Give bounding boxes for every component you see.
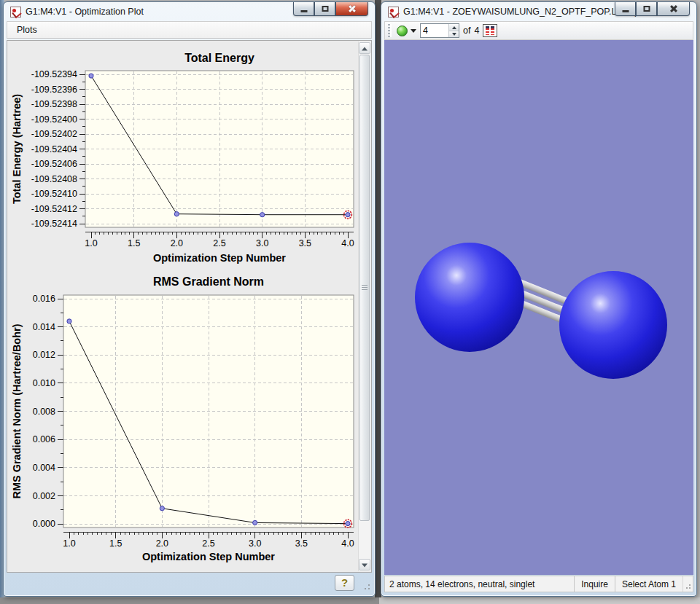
right-window-titlebar[interactable]: G1:M4:V1 - ZOEYWAISUMLUNG_N2_OPTF_POP.LO… (381, 2, 696, 21)
svg-text:3.0: 3.0 (256, 238, 268, 248)
svg-text:3.5: 3.5 (299, 238, 311, 248)
svg-text:0.014: 0.014 (33, 322, 55, 332)
frame-toolbar: of 4 (384, 21, 693, 40)
restore-button[interactable] (314, 2, 335, 16)
svg-text:Optimization Step Number: Optimization Step Number (142, 551, 275, 562)
svg-text:3.5: 3.5 (295, 538, 308, 549)
background-strip-right (379, 597, 700, 604)
restore-icon (643, 6, 650, 12)
svg-text:-109.52414: -109.52414 (31, 219, 77, 229)
left-window-title: G1:M4:V1 - Optimization Plot (26, 7, 144, 17)
svg-text:0.008: 0.008 (33, 407, 55, 417)
svg-text:1.0: 1.0 (63, 538, 75, 549)
svg-text:0.000: 0.000 (33, 519, 55, 529)
svg-text:1.0: 1.0 (85, 238, 97, 248)
svg-text:-109.52400: -109.52400 (31, 114, 77, 125)
of-label: of (463, 26, 470, 36)
molecule-viewport[interactable] (384, 40, 693, 575)
svg-text:4.0: 4.0 (341, 238, 354, 248)
svg-text:1.5: 1.5 (128, 238, 140, 248)
minimize-icon (622, 10, 629, 12)
arrow-down-icon (362, 563, 368, 567)
frame-number-input[interactable] (421, 24, 448, 37)
svg-text:0.002: 0.002 (33, 491, 55, 501)
toolbar-grip-icon[interactable] (388, 24, 392, 37)
background-strip-left (0, 597, 379, 604)
spin-down-button[interactable] (449, 31, 459, 38)
nitrogen-atom-1[interactable] (415, 243, 524, 352)
arrow-up-icon (452, 26, 456, 29)
resize-grip[interactable] (682, 576, 693, 592)
close-button[interactable] (335, 2, 368, 16)
molecule-statusbar: 2 atoms, 14 electrons, neutral, singlet … (384, 576, 693, 592)
gaussview-doc-icon (388, 7, 399, 17)
svg-text:0.004: 0.004 (33, 463, 55, 473)
svg-text:2.0: 2.0 (156, 538, 168, 549)
scroll-down-button[interactable] (359, 559, 370, 570)
minimize-button[interactable] (615, 2, 636, 16)
svg-text:-109.52410: -109.52410 (31, 189, 77, 199)
svg-text:4.0: 4.0 (341, 538, 354, 549)
restore-icon (322, 6, 328, 12)
left-window-statusbar: ? (7, 573, 372, 592)
left-window-controls (293, 2, 368, 16)
right-window-controls (615, 2, 690, 16)
svg-text:-109.52412: -109.52412 (31, 204, 77, 214)
minimize-button[interactable] (293, 2, 314, 16)
desktop: G1:M4:V1 - Optimization Plot Plots -109.… (0, 0, 700, 604)
active-structure-icon[interactable] (397, 26, 408, 36)
frames-icon[interactable] (483, 24, 497, 37)
mode-indicator: Inquire (574, 576, 615, 592)
svg-text:1.5: 1.5 (109, 538, 122, 549)
scrollbar-thumb[interactable] (359, 55, 370, 521)
molecule-view-window: G1:M4:V1 - ZOEYWAISUMLUNG_N2_OPTF_POP.LO… (381, 1, 697, 597)
nitrogen-atom-2[interactable] (559, 271, 667, 379)
svg-text:-109.52404: -109.52404 (31, 144, 77, 154)
thumb-grip-icon (362, 285, 368, 291)
rms-gradient-chart[interactable]: 0.0160.0140.0120.0100.0080.0060.0040.002… (8, 269, 361, 563)
selection-indicator: Select Atom 1 (615, 576, 682, 592)
menubar: Plots (7, 21, 372, 39)
menu-plots[interactable]: Plots (12, 23, 42, 36)
left-window-titlebar[interactable]: G1:M4:V1 - Optimization Plot (4, 2, 375, 21)
help-button[interactable]: ? (335, 575, 354, 591)
chevron-down-icon[interactable] (411, 29, 416, 33)
frame-total-label: 4 (474, 26, 479, 36)
plot-panel: -109.52394-109.52396-109.52398-109.52400… (7, 40, 372, 573)
svg-text:-109.52408: -109.52408 (31, 174, 77, 184)
svg-text:Optimization Step Number: Optimization Step Number (153, 252, 286, 264)
svg-text:0.012: 0.012 (33, 350, 55, 360)
svg-text:-109.52402: -109.52402 (31, 129, 77, 139)
svg-text:2.5: 2.5 (202, 538, 214, 549)
svg-text:-109.52398: -109.52398 (31, 99, 77, 109)
restore-button[interactable] (636, 2, 657, 16)
svg-text:0.006: 0.006 (33, 434, 55, 444)
spin-up-button[interactable] (449, 24, 459, 31)
scroll-up-button[interactable] (359, 42, 370, 54)
optimization-plot-window: G1:M4:V1 - Optimization Plot Plots -109.… (3, 1, 376, 597)
svg-text:-109.52396: -109.52396 (31, 85, 77, 95)
svg-text:3.0: 3.0 (249, 538, 261, 549)
svg-text:RMS Gradient Norm: RMS Gradient Norm (153, 275, 264, 288)
svg-text:-109.52406: -109.52406 (31, 159, 77, 169)
arrow-down-icon (452, 33, 456, 36)
close-button[interactable] (657, 2, 690, 16)
svg-text:0.016: 0.016 (33, 294, 55, 304)
svg-text:RMS Gradient Norm (Hartree/Boh: RMS Gradient Norm (Hartree/Bohr) (11, 323, 23, 498)
frame-spinbox (420, 23, 459, 38)
svg-text:2.0: 2.0 (171, 238, 183, 248)
svg-text:2.5: 2.5 (213, 238, 225, 248)
vertical-scrollbar[interactable] (358, 42, 370, 571)
right-window-title: G1:M4:V1 - ZOEYWAISUMLUNG_N2_OPTF_POP.LO… (403, 7, 644, 17)
svg-text:Total Energy (Hartree): Total Energy (Hartree) (11, 94, 23, 204)
minimize-icon (300, 10, 307, 12)
svg-text:-109.52394: -109.52394 (31, 69, 77, 79)
svg-text:0.010: 0.010 (33, 378, 55, 388)
arrow-up-icon (362, 47, 368, 50)
total-energy-chart[interactable]: -109.52394-109.52396-109.52398-109.52400… (8, 42, 361, 269)
svg-text:Total Energy: Total Energy (184, 52, 254, 64)
charts-container: -109.52394-109.52396-109.52398-109.52400… (8, 42, 358, 571)
molecule-info-text: 2 atoms, 14 electrons, neutral, singlet (385, 579, 574, 589)
frame-spinner (448, 24, 459, 37)
resize-grip[interactable] (362, 582, 370, 590)
